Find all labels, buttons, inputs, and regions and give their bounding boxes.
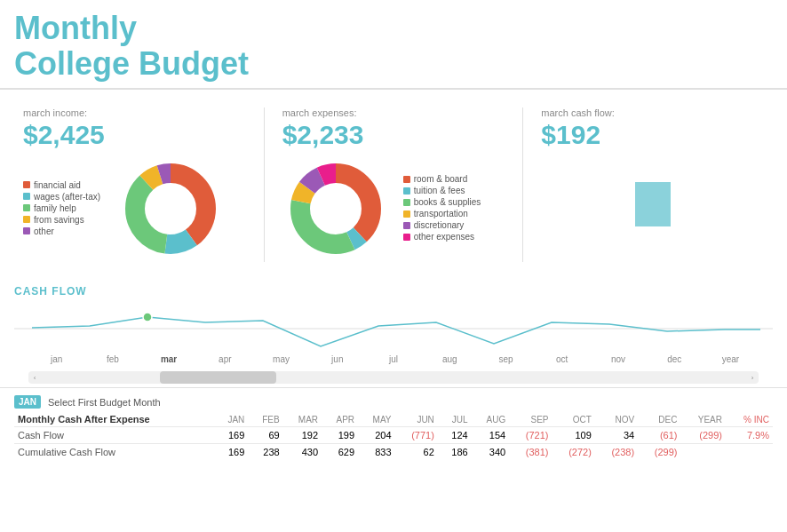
budget-table: Monthly Cash After Expense JAN FEB MAR A…	[14, 412, 773, 460]
cum-nov: (238)	[595, 444, 638, 461]
jan-badge: JAN	[14, 395, 41, 409]
col-header-year: YEAR	[680, 412, 726, 427]
cashflow-feb: 69	[248, 427, 282, 444]
top-summary: march income: $2,425 financial aid wages…	[0, 90, 787, 280]
cum-jan: 169	[214, 444, 249, 461]
cum-feb: 238	[248, 444, 282, 461]
cum-jul: 186	[438, 444, 472, 461]
cashflow-bar	[635, 182, 671, 226]
cashflow-line-chart	[14, 298, 773, 351]
divider-2	[522, 107, 523, 262]
cashflow-card: march cash flow: $192	[532, 100, 773, 269]
legend-item-4: other	[23, 226, 103, 236]
cashflow-bar-chart	[541, 155, 764, 226]
income-donut	[117, 155, 224, 262]
col-header-nov: NOV	[595, 412, 638, 427]
month-jan: jan	[28, 354, 84, 364]
cum-dec: (299)	[638, 444, 680, 461]
month-dec: dec	[647, 354, 703, 364]
select-budget-month-label: Select First Budget Month	[48, 397, 161, 408]
cashflow-apr: 199	[322, 427, 358, 444]
svg-point-5	[146, 184, 195, 234]
col-header-jul: JUL	[438, 412, 472, 427]
month-oct: oct	[534, 354, 590, 364]
income-chart-area: financial aid wages (after-tax) family h…	[23, 155, 246, 262]
exp-legend-5: other expenses	[403, 232, 483, 242]
scrollbar[interactable]: ‹ ›	[28, 371, 759, 384]
scrollbar-left-arrow[interactable]: ‹	[28, 371, 41, 384]
month-axis: jan feb mar apr may jun jul aug sep oct …	[14, 351, 773, 368]
expenses-label: march expenses:	[282, 107, 505, 118]
expenses-chart-area: room & board tuition & fees books & supp…	[282, 155, 505, 262]
month-jul: jul	[365, 354, 421, 364]
cashflow-label: march cash flow:	[541, 107, 764, 118]
income-card: march income: $2,425 financial aid wages…	[14, 100, 255, 269]
svg-point-12	[311, 184, 361, 234]
col-header-feb: FEB	[248, 412, 282, 427]
scrollbar-thumb[interactable]	[160, 371, 277, 384]
exp-legend-1: tuition & fees	[403, 186, 483, 195]
page-title: Monthly College Budget	[14, 11, 773, 81]
cum-mar: 430	[283, 444, 322, 461]
exp-legend-2: books & supplies	[403, 197, 483, 207]
cashflow-nov: 34	[595, 427, 638, 444]
cashflow-may: 204	[358, 427, 395, 444]
col-header-aug: AUG	[472, 412, 510, 427]
col-header-dec: DEC	[638, 412, 680, 427]
cum-aug: 340	[472, 444, 510, 461]
expenses-donut	[282, 155, 389, 262]
exp-legend-0: room & board	[403, 174, 483, 184]
expenses-amount: $2,233	[282, 120, 505, 150]
table-section: JAN Select First Budget Month Monthly Ca…	[0, 387, 787, 460]
col-header-oct: OCT	[552, 412, 595, 427]
scrollbar-right-arrow[interactable]: ›	[746, 371, 759, 384]
legend-item-1: wages (after-tax)	[23, 192, 103, 202]
cashflow-pct: 7.9%	[726, 427, 773, 444]
table-row-cashflow: Cash Flow 169 69 192 199 204 (771) 124 1…	[14, 427, 773, 444]
month-mar: mar	[140, 354, 196, 364]
divider-1	[264, 107, 265, 262]
cum-may: 833	[358, 444, 395, 461]
col-header-mar: MAR	[283, 412, 322, 427]
month-feb: feb	[84, 354, 140, 364]
income-label: march income:	[23, 107, 246, 118]
col-header-apr: APR	[322, 412, 358, 427]
cashflow-section-title: CASH FLOW	[14, 280, 773, 298]
svg-point-14	[143, 313, 152, 322]
cashflow-oct: 109	[552, 427, 595, 444]
row-label-cumulative: Cumulative Cash Flow	[14, 444, 214, 461]
legend-item-2: family help	[23, 203, 103, 213]
cashflow-sep: (721)	[509, 427, 552, 444]
table-row-cumulative: Cumulative Cash Flow 169 238 430 629 833…	[14, 444, 773, 461]
exp-legend-3: transportation	[403, 209, 483, 218]
month-may: may	[253, 354, 309, 364]
exp-legend-4: discretionary	[403, 220, 483, 230]
table-header-row: JAN Select First Budget Month	[14, 395, 773, 409]
col-header-pct: % INC	[726, 412, 773, 427]
cashflow-section: CASH FLOW jan feb mar apr may jun jul au…	[0, 280, 787, 384]
page-header: Monthly College Budget	[0, 0, 787, 90]
col-header-jun: JUN	[395, 412, 438, 427]
month-apr: apr	[197, 354, 253, 364]
cashflow-jun: (771)	[395, 427, 438, 444]
col-header-jan: JAN	[214, 412, 249, 427]
cashflow-aug: 154	[472, 427, 510, 444]
expenses-card: march expenses: $2,233 room & board	[274, 100, 514, 269]
income-amount: $2,425	[23, 120, 246, 150]
cashflow-jan: 169	[214, 427, 249, 444]
legend-item-3: from savings	[23, 215, 103, 225]
month-year: year	[703, 354, 759, 364]
cum-pct	[726, 444, 773, 461]
income-legend: financial aid wages (after-tax) family h…	[23, 180, 103, 238]
col-header-may: MAY	[358, 412, 395, 427]
cum-oct: (272)	[552, 444, 595, 461]
cashflow-year: (299)	[680, 427, 726, 444]
table-header: Monthly Cash After Expense JAN FEB MAR A…	[14, 412, 773, 427]
row-label-cashflow: Cash Flow	[14, 427, 214, 444]
month-aug: aug	[422, 354, 478, 364]
cashflow-amount: $192	[541, 120, 764, 150]
cum-sep: (381)	[509, 444, 552, 461]
cum-year	[680, 444, 726, 461]
col-header-sep: SEP	[509, 412, 552, 427]
month-jun: jun	[309, 354, 365, 364]
